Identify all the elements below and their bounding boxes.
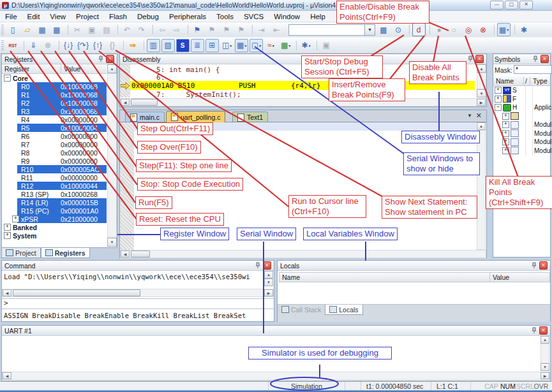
paste-button[interactable]: ▤ bbox=[100, 23, 114, 36]
symbol-row[interactable] bbox=[493, 112, 550, 121]
command-panel-header[interactable]: Command × bbox=[2, 261, 274, 271]
register-group-core[interactable]: Core bbox=[2, 74, 107, 82]
expander-icon[interactable] bbox=[502, 147, 509, 154]
menu-item[interactable]: Window bbox=[269, 13, 305, 20]
undo-button[interactable]: ↶ bbox=[121, 23, 134, 36]
symbol-row[interactable]: Modul bbox=[493, 129, 550, 138]
register-row[interactable]: R11 0x00000000 bbox=[2, 173, 107, 182]
scroll-up-icon[interactable]: ▲ bbox=[264, 271, 273, 279]
disassembly-hscrollbar[interactable]: ◀ ▶ bbox=[120, 98, 486, 106]
locals-panel-header[interactable]: Locals × bbox=[278, 261, 550, 271]
command-hscrollbar[interactable]: ◀ ▶ bbox=[2, 289, 274, 297]
register-row[interactable]: R1 0x10000068 bbox=[2, 91, 107, 99]
editor-vscrollbar[interactable] bbox=[477, 130, 486, 250]
register-column-label[interactable]: Register bbox=[2, 64, 61, 73]
menu-item[interactable]: Flash bbox=[104, 13, 132, 20]
kill-all-breakpoints-button[interactable]: ⊗ bbox=[477, 23, 490, 36]
bookmark-toggle-button[interactable]: ⚑ bbox=[191, 23, 204, 36]
symbols-panel-header[interactable]: Symbols × bbox=[493, 54, 550, 64]
symbol-row[interactable]: Modul bbox=[493, 120, 550, 129]
symbol-row[interactable]: F bbox=[493, 95, 550, 104]
symbol-row[interactable]: Modul bbox=[493, 147, 550, 156]
scroll-right-icon[interactable]: ▶ bbox=[264, 289, 273, 296]
symbol-row[interactable]: H Applic bbox=[493, 103, 550, 112]
register-row[interactable]: R14 (LR) 0x0000015B bbox=[2, 198, 107, 207]
scroll-down-icon[interactable]: ▼ bbox=[264, 279, 273, 286]
scroll-up-icon[interactable]: ▲ bbox=[107, 64, 117, 73]
callstack-window-button[interactable]: ≣ bbox=[191, 39, 204, 52]
uart-hscrollbar[interactable]: ◀ ▶ bbox=[2, 372, 550, 380]
close-button[interactable]: ✕ bbox=[519, 1, 533, 10]
bookmark-next-button[interactable]: ⚑ bbox=[220, 23, 234, 36]
serial-windows-button[interactable]: ▢▾ bbox=[250, 39, 263, 52]
toolbar-grip[interactable] bbox=[1, 25, 4, 35]
lookup-combo-input[interactable] bbox=[288, 24, 368, 36]
tab-locals[interactable]: Locals bbox=[325, 305, 362, 315]
uart-vscrollbar[interactable] bbox=[541, 344, 549, 363]
registers-panel-header[interactable]: Registers × bbox=[2, 54, 117, 64]
close-panel-icon[interactable]: × bbox=[541, 55, 549, 63]
scroll-left-icon[interactable]: ◀ bbox=[121, 250, 130, 258]
registers-window-button[interactable]: ⊞ bbox=[205, 39, 219, 52]
close-document-icon[interactable]: ✕ bbox=[476, 112, 482, 120]
mask-input[interactable] bbox=[514, 65, 552, 74]
expander-icon[interactable] bbox=[502, 113, 509, 120]
expander-icon[interactable] bbox=[12, 215, 19, 222]
outdent-button[interactable]: ⇤ bbox=[270, 23, 283, 36]
symbol-row[interactable]: S bbox=[493, 86, 550, 95]
register-row[interactable]: R15 (PC) 0x000001A0 bbox=[2, 207, 107, 215]
close-panel-icon[interactable]: × bbox=[263, 261, 271, 270]
expander-icon[interactable] bbox=[502, 130, 509, 137]
scroll-left-icon[interactable]: ◀ bbox=[3, 372, 11, 379]
tab-call-stack[interactable]: Call Stack bbox=[278, 305, 325, 314]
register-row[interactable]: R7 0x00000000 bbox=[2, 140, 107, 149]
registers-scrollbar[interactable] bbox=[107, 73, 117, 238]
name-column-label[interactable]: Name bbox=[493, 76, 524, 85]
title-bar[interactable]: µ D:\Users\Yiqing\nonwin\yqwork\ece\ece3… bbox=[0, 0, 552, 11]
navigate-forward-button[interactable]: ⇨ bbox=[170, 23, 184, 36]
disable-all-breakpoints-button[interactable]: ○ bbox=[447, 23, 461, 36]
menu-item[interactable]: Peripherals bbox=[164, 13, 211, 20]
memory-window-button[interactable]: ▦▾ bbox=[235, 39, 248, 52]
enable-disable-breakpoint-button[interactable]: ◎ bbox=[462, 23, 475, 36]
watch-window-button[interactable]: ◫▾ bbox=[220, 39, 234, 52]
pin-icon[interactable] bbox=[531, 262, 537, 269]
combo-dropdown-button[interactable]: ▼ bbox=[364, 24, 375, 36]
register-row[interactable]: R2 0x10000068 bbox=[2, 99, 107, 107]
expander-icon[interactable] bbox=[495, 104, 502, 111]
register-group-banked[interactable]: Banked bbox=[2, 223, 107, 231]
scroll-up-icon[interactable]: ▲ bbox=[477, 64, 486, 73]
editor-hscrollbar[interactable]: ◀ bbox=[120, 250, 486, 258]
expand-icon[interactable] bbox=[4, 232, 11, 239]
save-all-button[interactable]: ▩ bbox=[50, 23, 64, 36]
value-column-label[interactable]: Value bbox=[61, 64, 107, 73]
register-row[interactable]: R6 0x00000000 bbox=[2, 132, 107, 140]
close-panel-icon[interactable]: × bbox=[539, 261, 548, 270]
open-file-button[interactable]: ▱ bbox=[21, 23, 34, 36]
expander-icon[interactable] bbox=[502, 121, 509, 128]
tab-project[interactable]: Project bbox=[1, 248, 41, 258]
cut-button[interactable]: ✂ bbox=[71, 23, 84, 36]
scroll-left-icon[interactable]: ◀ bbox=[3, 289, 11, 296]
scroll-down-icon[interactable]: ▼ bbox=[541, 363, 549, 371]
disassembly-window-button[interactable]: ▧ bbox=[161, 39, 175, 52]
menu-item[interactable]: View bbox=[45, 13, 71, 20]
pin-icon[interactable] bbox=[98, 55, 104, 62]
type-column-label[interactable]: Type bbox=[530, 76, 550, 85]
scroll-thumb[interactable] bbox=[131, 250, 150, 258]
disassembly-vscrollbar[interactable] bbox=[477, 73, 486, 89]
find-button[interactable]: ⊙ bbox=[392, 23, 405, 36]
pin-icon[interactable] bbox=[532, 55, 539, 62]
scroll-left-icon[interactable]: ◀ bbox=[121, 99, 130, 106]
uart-panel-header[interactable]: UART #1 × bbox=[2, 326, 550, 336]
new-file-button[interactable]: ▯ bbox=[6, 23, 20, 36]
toolbar-grip[interactable] bbox=[1, 40, 4, 50]
tab-uart-polling-c[interactable]: uart_polling.c bbox=[166, 111, 225, 122]
scroll-right-icon[interactable]: ▶ bbox=[541, 372, 549, 379]
step-over-button[interactable]: {↷} bbox=[77, 39, 90, 52]
expander-icon[interactable] bbox=[495, 87, 502, 94]
command-input[interactable]: > bbox=[2, 298, 276, 309]
register-row[interactable]: R8 0x00000000 bbox=[2, 149, 107, 157]
scroll-right-icon[interactable]: ▶ bbox=[477, 99, 486, 106]
register-row[interactable]: R13 (SP) 0x10000268 bbox=[2, 190, 107, 198]
